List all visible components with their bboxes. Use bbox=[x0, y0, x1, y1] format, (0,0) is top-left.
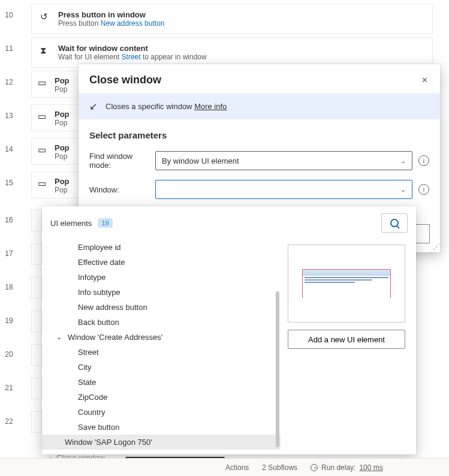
step-card-stub[interactable] bbox=[31, 344, 42, 366]
tree-item[interactable]: Back button bbox=[42, 315, 281, 330]
preview-box bbox=[288, 245, 405, 323]
step-number: 21 bbox=[0, 384, 18, 392]
run-delay-label: Run delay: bbox=[321, 463, 355, 472]
stub-title: Pop bbox=[55, 177, 70, 186]
search-icon bbox=[390, 219, 399, 227]
close-icon[interactable]: ✕ bbox=[420, 76, 429, 85]
resize-grip-icon[interactable]: ⋰ bbox=[433, 245, 440, 248]
ui-elements-tree: Employee id Effective date Infotype Info… bbox=[42, 240, 281, 450]
step-card-stub[interactable]: ▭ PopPop bbox=[31, 71, 79, 98]
step-number: 15 bbox=[0, 179, 18, 187]
info-icon[interactable]: i bbox=[418, 155, 429, 166]
tree-item[interactable]: Save button bbox=[42, 420, 281, 435]
count-badge: 19 bbox=[98, 218, 112, 228]
step-card[interactable]: ⧗ Wait for window content Wait for UI el… bbox=[31, 37, 433, 68]
step-link[interactable]: New address button bbox=[101, 19, 165, 28]
step-number: 19 bbox=[0, 317, 18, 325]
window-label: Window: bbox=[89, 185, 155, 194]
select-value: By window UI element bbox=[162, 156, 239, 165]
chevron-down-icon: ⌄ bbox=[400, 157, 406, 165]
step-card-stub[interactable] bbox=[31, 243, 42, 265]
step-card-stub[interactable]: ▭ PopPop bbox=[31, 138, 79, 165]
step-number: 20 bbox=[0, 350, 18, 358]
more-info-link[interactable]: More info bbox=[194, 102, 227, 111]
ui-elements-dropdown: UI elements 19 Employee id Effective dat… bbox=[42, 206, 416, 454]
tree-item[interactable]: Effective date bbox=[42, 255, 281, 270]
stub-sub: Pop bbox=[55, 152, 70, 161]
info-icon[interactable]: i bbox=[418, 184, 429, 195]
add-ui-element-button[interactable]: Add a new UI element bbox=[288, 330, 405, 349]
window-select[interactable]: ⌄ bbox=[155, 180, 412, 199]
step-link[interactable]: Street bbox=[122, 53, 141, 61]
populate-icon: ▭ bbox=[38, 177, 49, 189]
info-text: Closes a specific window bbox=[106, 102, 194, 111]
step-card[interactable]: ↺ Press button in window Press button Ne… bbox=[31, 4, 433, 34]
tree-item[interactable]: Infotype bbox=[42, 270, 281, 285]
step-number: 13 bbox=[0, 112, 18, 120]
find-mode-label: Find window mode: bbox=[89, 152, 155, 170]
step-card-stub[interactable] bbox=[31, 277, 42, 299]
hourglass-icon: ⧗ bbox=[40, 44, 51, 56]
window-thumbnail bbox=[302, 269, 391, 298]
params-heading: Select parameters bbox=[89, 130, 429, 140]
tree-item[interactable]: Country bbox=[42, 405, 281, 420]
step-number: 11 bbox=[0, 37, 18, 53]
tree-item[interactable]: ZipCode bbox=[42, 390, 281, 405]
find-mode-select[interactable]: By window UI element ⌄ bbox=[155, 151, 412, 170]
tree-item-selected[interactable]: Window 'SAP Logon 750' bbox=[42, 435, 281, 450]
tree-item[interactable]: State bbox=[42, 375, 281, 390]
step-card-stub[interactable] bbox=[31, 378, 42, 399]
status-actions[interactable]: Actions bbox=[225, 463, 249, 472]
stub-title: Pop bbox=[55, 76, 70, 85]
step-number: 22 bbox=[0, 417, 18, 426]
tree-item[interactable]: Employee id bbox=[42, 240, 281, 255]
step-title: Press button in window bbox=[58, 10, 164, 19]
populate-icon: ▭ bbox=[38, 143, 49, 155]
tree-parent[interactable]: ⌄Window 'Create Addresses' bbox=[42, 330, 281, 345]
run-delay-value[interactable]: 100 ms bbox=[359, 463, 382, 472]
populate-icon: ▭ bbox=[38, 76, 49, 88]
scrollbar[interactable] bbox=[276, 291, 279, 447]
tree-label: Window 'Create Addresses' bbox=[68, 333, 162, 342]
stub-sub: Pop bbox=[55, 119, 70, 127]
tree-item[interactable]: Info subtype bbox=[42, 285, 281, 300]
tree-item[interactable]: New address button bbox=[42, 300, 281, 315]
status-bar: Actions 2 Subflows Run delay: 100 ms bbox=[0, 458, 449, 476]
stub-title: Pop bbox=[55, 143, 70, 152]
step-number: 14 bbox=[0, 145, 18, 153]
step-title: Wait for window content bbox=[58, 44, 207, 53]
step-subtitle: Wait for UI element Street to appear in … bbox=[58, 53, 207, 61]
stub-title: Pop bbox=[55, 110, 70, 119]
arrow-down-left-icon: ↙ bbox=[89, 101, 97, 112]
step-number: 18 bbox=[0, 283, 18, 291]
cursor-icon: ↺ bbox=[40, 10, 51, 22]
info-strip: ↙ Closes a specific window More info bbox=[79, 94, 440, 119]
step-card-stub[interactable] bbox=[31, 210, 42, 231]
step-subtitle: Press button New address button bbox=[58, 19, 164, 28]
ui-elements-label: UI elements bbox=[50, 219, 92, 228]
step-number: 16 bbox=[0, 216, 18, 224]
step-number: 12 bbox=[0, 78, 18, 86]
step-number: 10 bbox=[0, 4, 18, 19]
chevron-down-icon: ⌄ bbox=[400, 186, 406, 194]
status-subflows[interactable]: 2 Subflows bbox=[262, 463, 297, 472]
tree-item[interactable]: City bbox=[42, 360, 281, 375]
dialog-title: Close window bbox=[89, 74, 161, 86]
stub-sub: Pop bbox=[55, 85, 70, 94]
populate-icon: ▭ bbox=[38, 110, 49, 122]
chevron-down-icon: ⌄ bbox=[56, 333, 62, 341]
stub-sub: Pop bbox=[55, 186, 70, 194]
step-card-stub[interactable] bbox=[31, 311, 42, 332]
search-button[interactable] bbox=[381, 213, 408, 233]
step-card-stub[interactable]: ▭ PopPop bbox=[31, 104, 79, 131]
clock-icon bbox=[311, 464, 318, 471]
step-number: 17 bbox=[0, 249, 18, 258]
step-card-stub[interactable] bbox=[31, 411, 42, 433]
step-card-stub[interactable]: ▭ PopPop bbox=[31, 171, 79, 198]
tree-item[interactable]: Street bbox=[42, 345, 281, 360]
